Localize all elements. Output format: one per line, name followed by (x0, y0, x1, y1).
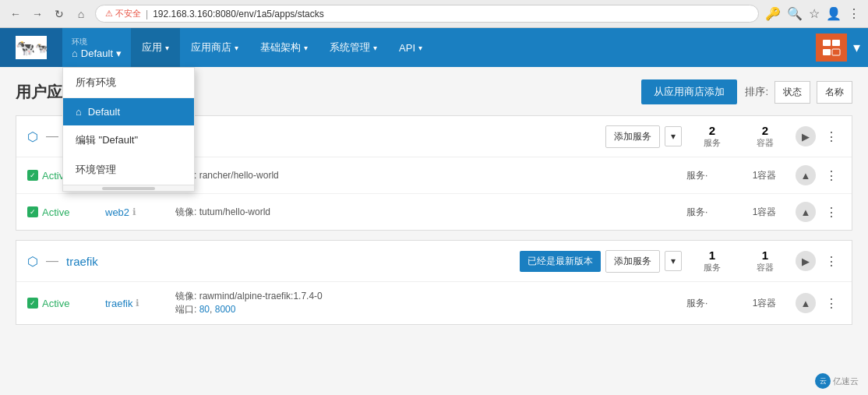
traefik-info-icon[interactable]: ℹ (136, 298, 139, 309)
traefik-name[interactable]: traefik (66, 255, 512, 268)
service-web2-name[interactable]: web2 ℹ (105, 206, 168, 218)
home-icon: ⌂ (72, 48, 78, 59)
stack-1-actions: 添加服务 ▾ (605, 125, 682, 148)
service-traefik-containers: 1容器 (741, 297, 788, 310)
search-icon[interactable]: 🔍 (787, 6, 803, 21)
dropdown-env-management[interactable]: 环境管理 (63, 155, 194, 185)
service-web2-status: ✓ Active (27, 206, 97, 218)
dropdown-default-env[interactable]: ⌂ Default (63, 98, 194, 125)
service-web1-containers: 1容器 (741, 169, 788, 182)
scrollbar-thumb (102, 187, 154, 190)
service-web2-status-label: Active (42, 206, 69, 218)
env-name: Default (81, 48, 113, 59)
user-icon[interactable]: 👤 (826, 6, 842, 21)
stack-traefik-dash: — (46, 254, 58, 268)
security-warning: ⚠ 不安全 (105, 8, 141, 19)
more-icon[interactable]: ⋮ (848, 6, 860, 21)
sort-status-button[interactable]: 状态 (774, 81, 810, 104)
edit-default-label: 编辑 "Default" (76, 133, 138, 147)
stack-traefik-action-icons: ▶ ⋮ (796, 251, 841, 271)
logo: 🐄 (0, 28, 62, 67)
nav-catalog-chevron: ▾ (235, 44, 238, 52)
service-traefik-play-button[interactable]: ▲ (796, 293, 816, 313)
star-icon[interactable]: ☆ (809, 6, 820, 21)
traefik-latest-button[interactable]: 已经是最新版本 (520, 251, 601, 272)
svg-rect-1 (823, 40, 831, 46)
default-env-label: Default (88, 106, 120, 118)
nav-api-label: API (399, 42, 415, 54)
nav-infra-label: 基础架构 (260, 41, 301, 55)
service-web2-desc: 镜像: tutum/hello-world (175, 206, 679, 219)
service-traefik-actions: ▲ ⋮ (796, 293, 841, 313)
home-button[interactable]: ⌂ (73, 6, 89, 22)
nav-admin[interactable]: 系统管理 ▾ (319, 28, 388, 67)
add-from-catalog-button[interactable]: 从应用商店添加 (641, 79, 737, 104)
service-traefik-more-button[interactable]: ⋮ (820, 293, 841, 313)
traefik-port-8000-link[interactable]: 8000 (215, 304, 236, 315)
traefik-chevron-button[interactable]: ▾ (665, 251, 682, 271)
stack-1-service-count: 2 服务 (690, 124, 735, 149)
browser-chrome: ← → ↻ ⌂ ⚠ 不安全 | 192.168.3.160:8080/env/1… (0, 0, 868, 28)
status-dot-web1: ✓ (27, 170, 38, 181)
sort-section: 排序: 状态 名称 (745, 81, 852, 104)
service-web1-more-button[interactable]: ⋮ (820, 165, 841, 185)
service-web2-play-button[interactable]: ▲ (796, 202, 816, 222)
env-chevron-icon: ▾ (116, 48, 122, 59)
nav-infra-chevron: ▾ (304, 44, 308, 52)
nav-apps-chevron: ▾ (165, 44, 169, 52)
dropdown-all-envs[interactable]: 所有环境 (63, 68, 194, 97)
traefik-port-link[interactable]: 80 (199, 304, 210, 315)
service-traefik-row: ✓ Active traefik ℹ 镜像: rawmind/alpine-tr… (16, 282, 852, 324)
dropdown-scrollbar[interactable] (63, 185, 194, 191)
stack-1-play-button[interactable]: ▶ (796, 126, 816, 146)
svg-rect-2 (832, 40, 840, 46)
traefik-add-service-button[interactable]: 添加服务 (605, 250, 660, 273)
nav-apps[interactable]: 应用 ▾ (131, 28, 180, 67)
service-traefik-name[interactable]: traefik ℹ (105, 298, 168, 309)
env-dropdown-button[interactable]: ⌂ Default ▾ (72, 48, 122, 59)
traefik-desc-port: 端口: 80, 8000 (175, 303, 679, 316)
service-web2-row: ✓ Active web2 ℹ 镜像: tutum/hello-world 服务… (16, 194, 852, 230)
stack-1-chevron-button[interactable]: ▾ (665, 126, 682, 146)
home-icon-dropdown: ⌂ (76, 106, 82, 118)
web2-info-icon[interactable]: ℹ (132, 206, 136, 217)
nav-catalog-label: 应用商店 (191, 41, 231, 55)
back-button[interactable]: ← (8, 6, 23, 22)
service-web2-containers: 1容器 (741, 206, 788, 219)
address-bar[interactable]: ⚠ 不安全 | 192.168.3.160:8080/env/1a5/apps/… (95, 5, 759, 23)
traefik-more-button[interactable]: ⋮ (820, 251, 841, 271)
stack-traefik: ⬡ — traefik 已经是最新版本 添加服务 ▾ 1 服务 1 容器 ▶ ⋮ (16, 240, 852, 325)
service-web1-actions: ▲ ⋮ (796, 165, 841, 185)
top-nav: 🐄 环境 ⌂ Default ▾ 应用 ▾ 应用商店 ▾ 基础架构 ▾ 系统管理… (0, 28, 868, 67)
svg-rect-3 (823, 49, 831, 55)
stack-traefik-service-count: 1 服务 (690, 249, 735, 273)
stack-1-more-button[interactable]: ⋮ (820, 126, 841, 146)
nav-infra[interactable]: 基础架构 ▾ (249, 28, 319, 67)
nav-admin-label: 系统管理 (330, 41, 370, 55)
stack-1-action-icons: ▶ ⋮ (796, 126, 841, 146)
service-web2-actions: ▲ ⋮ (796, 202, 841, 222)
service-web1-play-button[interactable]: ▲ (796, 165, 816, 185)
status-dot-web2: ✓ (27, 206, 38, 217)
forward-button[interactable]: → (30, 6, 45, 22)
sort-label: 排序: (745, 85, 768, 99)
traefik-layers-icon: ⬡ (27, 254, 38, 269)
nav-catalog[interactable]: 应用商店 ▾ (180, 28, 249, 67)
traefik-desc-image: 镜像: rawmind/alpine-traefik:1.7.4-0 (175, 290, 679, 303)
service-traefik-status: ✓ Active (27, 298, 97, 309)
rancher-logo: 🐄 (16, 36, 47, 59)
nav-api[interactable]: API ▾ (388, 28, 433, 67)
stack-traefik-actions: 已经是最新版本 添加服务 ▾ (520, 250, 682, 273)
dropdown-edit-default[interactable]: 编辑 "Default" (63, 125, 194, 155)
stack-1-add-service-button[interactable]: 添加服务 (605, 125, 660, 148)
service-traefik-status-label: Active (42, 298, 69, 309)
refresh-button[interactable]: ↻ (51, 6, 67, 22)
nav-more-icon[interactable]: ▾ (853, 39, 860, 56)
all-envs-label: 所有环境 (76, 76, 116, 90)
stack-layers-icon: ⬡ (27, 129, 38, 144)
traefik-play-button[interactable]: ▶ (796, 251, 816, 271)
nav-menu: 应用 ▾ 应用商店 ▾ 基础架构 ▾ 系统管理 ▾ API ▾ (131, 28, 433, 67)
sort-name-button[interactable]: 名称 (817, 81, 852, 104)
service-web2-more-button[interactable]: ⋮ (820, 202, 841, 222)
service-web1-type: 服务· (686, 169, 733, 182)
